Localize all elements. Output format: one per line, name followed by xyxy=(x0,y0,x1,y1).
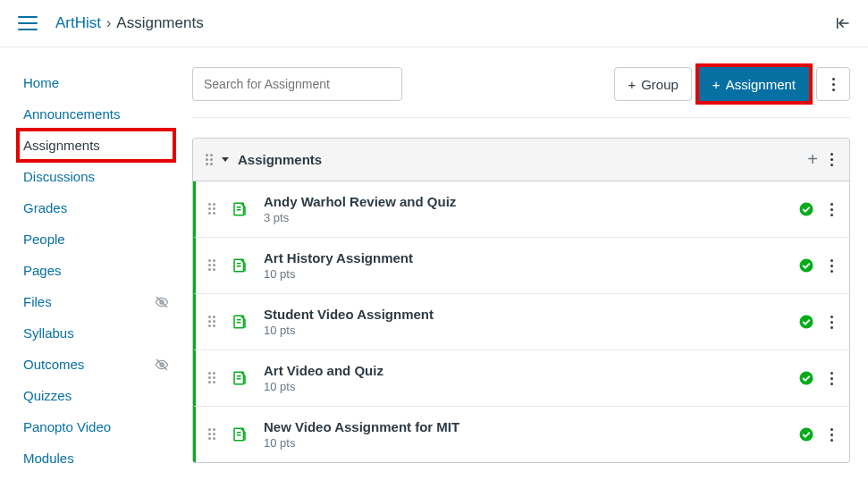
svg-point-9 xyxy=(800,203,813,216)
assignment-title[interactable]: Art Video and Quiz xyxy=(264,363,798,378)
sidebar-item-label: Files xyxy=(23,294,52,309)
sidebar-item-label: Grades xyxy=(23,200,67,215)
sidebar-item-files[interactable]: Files xyxy=(18,286,174,317)
add-assignment-label: Assignment xyxy=(726,77,796,92)
hamburger-menu-icon[interactable] xyxy=(18,16,38,30)
add-assignment-button[interactable]: + Assignment xyxy=(699,67,809,101)
add-group-label: Group xyxy=(641,77,678,92)
row-body: Andy Warhol Review and Quiz 3 pts xyxy=(264,194,798,224)
assignment-icon xyxy=(232,426,248,442)
row-kebab-icon[interactable] xyxy=(827,425,837,445)
assignment-points: 10 pts xyxy=(264,436,798,450)
drag-handle-icon[interactable] xyxy=(208,372,215,384)
sidebar-item-label: Discussions xyxy=(23,169,95,184)
sidebar-item-label: Panopto Video xyxy=(23,419,111,434)
assignment-group: Assignments + Andy Warhol Review and Qui… xyxy=(192,138,850,463)
drag-handle-icon[interactable] xyxy=(208,316,215,328)
drag-handle-icon[interactable] xyxy=(208,428,215,441)
row-kebab-icon[interactable] xyxy=(827,368,837,389)
group-header[interactable]: Assignments + xyxy=(193,139,849,181)
row-body: Art Video and Quiz 10 pts xyxy=(264,363,798,393)
hidden-icon xyxy=(155,358,169,372)
sidebar-item-assignments[interactable]: Assignments xyxy=(18,130,174,161)
sidebar-item-label: Announcements xyxy=(23,106,120,122)
row-body: Student Video Assignment 10 pts xyxy=(264,307,798,337)
assignment-icon xyxy=(232,370,248,386)
sidebar-item-label: Modules xyxy=(23,451,74,466)
side-nav: Home Announcements Assignments Discussio… xyxy=(0,47,174,474)
toolbar: + Group + Assignment xyxy=(192,67,850,118)
breadcrumb-course[interactable]: ArtHist xyxy=(55,14,101,32)
assignment-title[interactable]: Andy Warhol Review and Quiz xyxy=(264,194,798,209)
assignment-points: 10 pts xyxy=(264,324,798,337)
sidebar-item-home[interactable]: Home xyxy=(18,67,174,98)
assignment-row[interactable]: Student Video Assignment 10 pts xyxy=(193,294,849,350)
sidebar-item-outcomes[interactable]: Outcomes xyxy=(18,349,174,380)
main-content: + Group + Assignment Assignments + xyxy=(174,47,868,474)
sidebar-item-pages[interactable]: Pages xyxy=(18,255,174,286)
svg-point-17 xyxy=(800,316,813,329)
assignment-row[interactable]: Andy Warhol Review and Quiz 3 pts xyxy=(193,181,849,238)
drag-handle-icon[interactable] xyxy=(208,259,215,272)
top-bar: ArtHist › Assignments xyxy=(0,0,868,47)
sidebar-item-label: Syllabus xyxy=(23,325,74,341)
sidebar-item-panopto-video[interactable]: Panopto Video xyxy=(18,411,174,442)
assignment-icon xyxy=(232,314,248,330)
assignment-points: 3 pts xyxy=(264,211,798,224)
plus-icon: + xyxy=(628,77,636,92)
more-options-button[interactable] xyxy=(816,67,850,101)
plus-icon: + xyxy=(712,77,721,92)
drag-handle-icon[interactable] xyxy=(206,154,213,166)
breadcrumb-separator-icon: › xyxy=(106,15,111,31)
row-kebab-icon[interactable] xyxy=(827,199,837,220)
published-check-icon[interactable] xyxy=(798,201,814,217)
svg-point-21 xyxy=(800,372,813,385)
sidebar-item-quizzes[interactable]: Quizzes xyxy=(18,380,174,411)
row-body: Art History Assignment 10 pts xyxy=(264,250,798,281)
sidebar-item-label: People xyxy=(23,232,65,247)
sidebar-item-label: Quizzes xyxy=(23,388,72,403)
kebab-icon xyxy=(829,74,839,95)
assignment-icon xyxy=(232,201,248,217)
assignment-row[interactable]: Art History Assignment 10 pts xyxy=(193,238,849,294)
collapse-arrow-icon[interactable] xyxy=(834,15,850,31)
caret-down-icon[interactable] xyxy=(222,157,229,162)
row-kebab-icon[interactable] xyxy=(827,312,837,333)
assignment-points: 10 pts xyxy=(264,380,798,393)
hidden-icon xyxy=(155,295,169,309)
assignment-title[interactable]: Student Video Assignment xyxy=(264,307,798,322)
sidebar-item-announcements[interactable]: Announcements xyxy=(18,98,174,130)
assignment-icon xyxy=(232,257,248,274)
sidebar-item-discussions[interactable]: Discussions xyxy=(18,161,174,192)
sidebar-item-syllabus[interactable]: Syllabus xyxy=(18,317,174,349)
group-title: Assignments xyxy=(238,152,798,167)
sidebar-item-label: Home xyxy=(23,75,59,90)
svg-point-25 xyxy=(800,428,813,442)
search-input[interactable] xyxy=(192,67,402,101)
sidebar-item-label: Outcomes xyxy=(23,357,84,372)
search-box xyxy=(192,67,402,101)
sidebar-item-label: Assignments xyxy=(23,138,100,153)
sidebar-item-modules[interactable]: Modules xyxy=(18,442,174,474)
sidebar-item-grades[interactable]: Grades xyxy=(18,192,174,223)
svg-point-13 xyxy=(800,259,813,273)
published-check-icon[interactable] xyxy=(798,314,814,330)
add-group-button[interactable]: + Group xyxy=(614,67,691,101)
add-in-group-icon[interactable]: + xyxy=(798,149,827,170)
row-body: New Video Assignment for MIT 10 pts xyxy=(264,419,798,450)
breadcrumb-page: Assignments xyxy=(116,14,203,32)
layout: Home Announcements Assignments Discussio… xyxy=(0,47,868,474)
assignment-points: 10 pts xyxy=(264,267,798,281)
assignment-row[interactable]: Art Video and Quiz 10 pts xyxy=(193,350,849,407)
group-kebab-icon[interactable] xyxy=(827,149,837,170)
sidebar-item-people[interactable]: People xyxy=(18,223,174,255)
published-check-icon[interactable] xyxy=(798,426,814,442)
assignment-title[interactable]: New Video Assignment for MIT xyxy=(264,419,798,434)
row-kebab-icon[interactable] xyxy=(827,256,837,276)
assignment-title[interactable]: Art History Assignment xyxy=(264,250,798,265)
published-check-icon[interactable] xyxy=(798,257,814,274)
assignment-row[interactable]: New Video Assignment for MIT 10 pts xyxy=(193,407,849,462)
published-check-icon[interactable] xyxy=(798,370,814,386)
drag-handle-icon[interactable] xyxy=(208,203,215,215)
sidebar-item-label: Pages xyxy=(23,263,62,278)
